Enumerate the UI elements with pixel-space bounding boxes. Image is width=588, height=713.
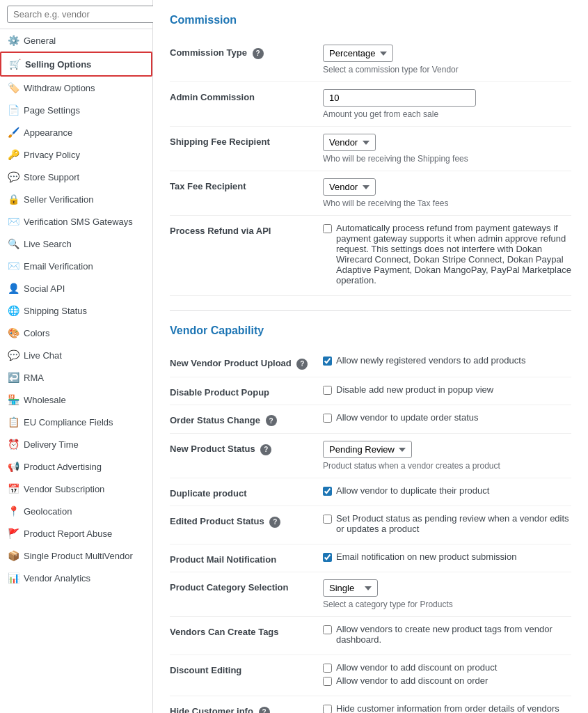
- rma-icon: ↩️: [7, 371, 19, 384]
- sidebar-item-live-search[interactable]: 🔍Live Search: [0, 233, 152, 255]
- sidebar-item-general[interactable]: ⚙️General: [0, 29, 152, 52]
- new-product-status-label: New Product Status ?: [170, 441, 323, 455]
- duplicate-product-field: Allow vendor to duplicate their product: [323, 485, 571, 499]
- sidebar-item-selling-options[interactable]: 🛒Selling Options: [0, 52, 152, 77]
- new-product-status-help-icon[interactable]: ?: [260, 444, 271, 455]
- sidebar-item-label: Privacy Policy: [24, 150, 80, 160]
- commission-section-title: Commission: [170, 14, 571, 26]
- order-status-label: Order Status Change ?: [170, 412, 323, 427]
- order-status-text: Allow vendor to update order status: [336, 412, 479, 423]
- product-category-select[interactable]: Single Multiple: [323, 579, 378, 597]
- social-api-icon: 👤: [7, 282, 19, 295]
- product-mail-text: Email notification on new product submis…: [336, 551, 516, 562]
- shipping-fee-field: Vendor Admin Who will be receiving the S…: [323, 134, 571, 164]
- sidebar-item-eu-compliance[interactable]: 📋EU Compliance Fields: [0, 411, 152, 433]
- sidebar-item-product-report[interactable]: 🚩Product Report Abuse: [0, 522, 152, 544]
- discount-editing-row: Discount Editing Allow vendor to add dis…: [170, 655, 571, 696]
- sidebar-item-withdraw-options[interactable]: 🏷️Withdraw Options: [0, 77, 152, 99]
- sidebar-items-list: ⚙️General🛒Selling Options🏷️Withdraw Opti…: [0, 29, 152, 589]
- sidebar-item-delivery-time[interactable]: ⏰Delivery Time: [0, 433, 152, 455]
- live-search-icon: 🔍: [7, 237, 19, 250]
- sidebar-item-appearance[interactable]: 🖌️Appearance: [0, 121, 152, 143]
- sidebar-item-social-api[interactable]: 👤Social API: [0, 277, 152, 299]
- sidebar-item-vendor-subscription[interactable]: 📅Vendor Subscription: [0, 478, 152, 500]
- commission-type-row: Commission Type ? Percentage Fixed Combi…: [170, 38, 571, 82]
- appearance-icon: 🖌️: [7, 126, 19, 139]
- vendors-create-tags-text: Allow vendors to create new product tags…: [336, 624, 571, 645]
- new-vendor-upload-checkbox[interactable]: [323, 356, 332, 366]
- search-input[interactable]: [7, 6, 160, 23]
- admin-commission-input[interactable]: [323, 89, 476, 107]
- verification-sms-icon: ✉️: [7, 215, 19, 228]
- sidebar-item-label: Seller Verification: [24, 194, 93, 205]
- general-icon: ⚙️: [7, 34, 19, 47]
- sidebar-item-vendor-analytics[interactable]: 📊Vendor Analytics: [0, 567, 152, 589]
- commission-type-select[interactable]: Percentage Fixed Combine: [323, 45, 393, 62]
- sidebar-item-geolocation[interactable]: 📍Geolocation: [0, 500, 152, 522]
- new-vendor-upload-help-icon[interactable]: ?: [296, 359, 308, 370]
- email-verification-icon: ✉️: [7, 260, 19, 272]
- hide-customer-row: Hide Customer info ? Hide customer infor…: [170, 696, 571, 713]
- new-product-status-select[interactable]: Pending Review Draft Published: [323, 441, 412, 458]
- commission-type-help-icon[interactable]: ?: [253, 48, 264, 59]
- discount-editing-text-1: Allow vendor to add discount on product: [336, 662, 497, 673]
- discount-editing-checkbox-2[interactable]: [323, 677, 332, 686]
- sidebar-item-single-product[interactable]: 📦Single Product MultiVendor: [0, 544, 152, 567]
- sidebar-item-shipping-status[interactable]: 🌐Shipping Status: [0, 299, 152, 322]
- disable-product-popup-label: Disable Product Popup: [170, 384, 323, 398]
- vendor-analytics-icon: 📊: [7, 572, 19, 584]
- product-advertising-icon: 📢: [7, 460, 19, 473]
- edited-product-status-help-icon[interactable]: ?: [269, 517, 280, 528]
- process-refund-checkbox[interactable]: [323, 224, 332, 233]
- edited-product-status-row: Edited Product Status ? Set Product stat…: [170, 506, 571, 544]
- tax-fee-label: Tax Fee Recipient: [170, 178, 323, 191]
- sidebar-item-live-chat[interactable]: 💬Live Chat: [0, 344, 152, 366]
- main-content: Commission Commission Type ? Percentage …: [153, 0, 588, 713]
- sidebar-item-label: Shipping Status: [24, 306, 87, 316]
- new-product-status-help: Product status when a vendor creates a p…: [323, 461, 571, 471]
- sidebar-item-label: Verification SMS Gateways: [24, 217, 133, 227]
- vendor-subscription-icon: 📅: [7, 483, 19, 495]
- edited-product-status-checkbox[interactable]: [323, 515, 332, 524]
- product-mail-checkbox[interactable]: [323, 553, 332, 562]
- sidebar-item-page-settings[interactable]: 📄Page Settings: [0, 99, 152, 121]
- duplicate-product-checkbox[interactable]: [323, 487, 332, 496]
- new-vendor-upload-text: Allow newly registered vendors to add pr…: [336, 355, 525, 366]
- discount-editing-checkbox-1[interactable]: [323, 664, 332, 673]
- edited-product-status-text: Set Product status as pending review whe…: [336, 513, 571, 534]
- tax-fee-select[interactable]: Vendor Admin: [323, 178, 376, 196]
- order-status-checkbox[interactable]: [323, 414, 332, 423]
- disable-product-popup-row: Disable Product Popup Disable add new pr…: [170, 377, 571, 405]
- sidebar-item-colors[interactable]: 🎨Colors: [0, 322, 152, 344]
- sidebar-item-wholesale[interactable]: 🏪Wholesale: [0, 389, 152, 411]
- colors-icon: 🎨: [7, 327, 19, 339]
- shipping-fee-select[interactable]: Vendor Admin: [323, 134, 376, 151]
- tax-fee-row: Tax Fee Recipient Vendor Admin Who will …: [170, 171, 571, 216]
- sidebar-item-email-verification[interactable]: ✉️Email Verification: [0, 255, 152, 277]
- sidebar-item-rma[interactable]: ↩️RMA: [0, 366, 152, 389]
- shipping-fee-row: Shipping Fee Recipient Vendor Admin Who …: [170, 127, 571, 171]
- admin-commission-label: Admin Commission: [170, 89, 323, 102]
- sidebar-item-seller-verification[interactable]: 🔒Seller Verification: [0, 188, 152, 210]
- process-refund-row: Process Refund via API Automatically pro…: [170, 216, 571, 296]
- disable-product-popup-checkbox[interactable]: [323, 386, 332, 395]
- tax-fee-field: Vendor Admin Who will be receiving the T…: [323, 178, 571, 208]
- sidebar-item-label: Page Settings: [24, 105, 80, 116]
- sidebar-item-privacy-policy[interactable]: 🔑Privacy Policy: [0, 143, 152, 166]
- hide-customer-help-icon[interactable]: ?: [259, 707, 270, 713]
- order-status-help-icon[interactable]: ?: [266, 415, 277, 426]
- sidebar-item-store-support[interactable]: 💬Store Support: [0, 166, 152, 188]
- discount-editing-text-2: Allow vendor to add discount on order: [336, 675, 488, 686]
- sidebar-item-product-advertising[interactable]: 📢Product Advertising: [0, 455, 152, 478]
- sidebar-item-label: Appearance: [24, 127, 72, 138]
- sidebar-item-label: Single Product MultiVendor: [24, 551, 133, 561]
- hide-customer-checkbox[interactable]: [323, 705, 332, 713]
- sidebar-item-verification-sms[interactable]: ✉️Verification SMS Gateways: [0, 210, 152, 233]
- vendors-create-tags-checkbox[interactable]: [323, 625, 332, 634]
- selling-options-icon: 🛒: [8, 58, 21, 70]
- sidebar-item-label: Product Report Abuse: [24, 528, 112, 539]
- order-status-row: Order Status Change ? Allow vendor to up…: [170, 405, 571, 434]
- new-vendor-upload-row: New Vendor Product Upload ? Allow newly …: [170, 348, 571, 377]
- eu-compliance-icon: 📋: [7, 416, 19, 428]
- product-mail-field: Email notification on new product submis…: [323, 551, 571, 565]
